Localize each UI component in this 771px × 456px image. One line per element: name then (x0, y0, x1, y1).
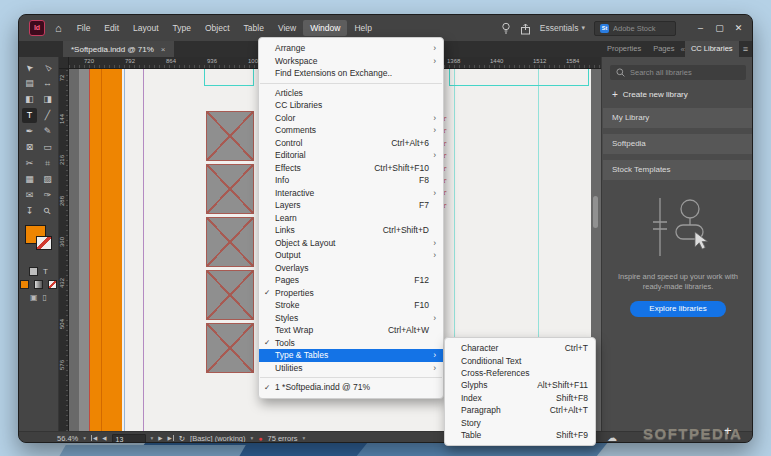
gap-tool[interactable]: ↔ (40, 76, 55, 91)
library-item-softpedia[interactable]: Softpedia (603, 134, 753, 154)
image-placeholder-frame[interactable] (206, 164, 254, 214)
view-mode-normal-button[interactable]: ▣ (30, 293, 38, 302)
apply-color-button[interactable] (20, 280, 29, 289)
menu-item-cc-libraries[interactable]: CC Libraries (259, 99, 443, 112)
scissors-tool[interactable]: ✂ (22, 156, 37, 171)
pen-tool[interactable]: ✒ (22, 124, 37, 139)
menu-item-properties[interactable]: ✓Properties (259, 287, 443, 300)
content-collector-tool[interactable]: ◧ (22, 92, 37, 107)
hand-tool[interactable]: ↧ (22, 204, 37, 219)
stroke-color-swatch[interactable] (36, 236, 52, 250)
zoom-level[interactable]: 56.4% (57, 434, 78, 443)
adobe-stock-search-input[interactable]: St Adobe Stock (594, 21, 676, 36)
guide-line[interactable] (124, 69, 125, 431)
tab-properties[interactable]: Properties (601, 41, 647, 57)
panel-menu-icon[interactable]: ≡ (743, 44, 753, 54)
ruler-origin-corner[interactable] (59, 57, 69, 69)
image-placeholder-frame[interactable] (206, 217, 254, 267)
error-count[interactable]: 75 errors (267, 434, 297, 443)
preflight-icon[interactable]: ↻ (179, 434, 185, 443)
menu-item-articles[interactable]: Articles (259, 87, 443, 100)
submenu-item-cross-references[interactable]: Cross-References (445, 367, 595, 379)
menu-item-learn[interactable]: Learn (259, 212, 443, 225)
menu-item-links[interactable]: LinksCtrl+Shift+D (259, 224, 443, 237)
image-placeholder-frame[interactable] (206, 111, 254, 161)
menu-item-stroke[interactable]: StrokeF10 (259, 299, 443, 312)
menu-item-effects[interactable]: EffectsCtrl+Shift+F10 (259, 162, 443, 175)
menu-item-styles[interactable]: Styles› (259, 312, 443, 325)
submenu-item-index[interactable]: IndexShift+F8 (445, 392, 595, 404)
menu-item-workspace[interactable]: Workspace› (259, 55, 443, 68)
menu-item-type-and-tables[interactable]: Type & Tables› (259, 349, 443, 362)
menu-item-interactive[interactable]: Interactive› (259, 187, 443, 200)
text-frame-guide[interactable] (449, 69, 589, 86)
submenu-item-glyphs[interactable]: GlyphsAlt+Shift+F11 (445, 379, 595, 391)
page-tool[interactable]: ▤ (22, 76, 37, 91)
note-tool[interactable]: ✉ (22, 188, 37, 203)
menu-item-object-layout[interactable]: Object & Layout› (259, 237, 443, 250)
share-icon[interactable] (520, 19, 531, 37)
pencil-tool[interactable]: ✎ (40, 124, 55, 139)
library-item-stock-templates[interactable]: Stock Templates (603, 160, 753, 180)
view-mode-preview-button[interactable]: ▯ (43, 293, 47, 302)
cloud-sync-icon[interactable]: ☁ (607, 432, 617, 443)
rectangle-tool[interactable]: ▭ (40, 140, 55, 155)
direct-selection-tool[interactable]: ▻ (37, 57, 58, 78)
preflight-dropdown-icon[interactable]: ▾ (250, 435, 253, 441)
vertical-scrollbar[interactable] (593, 196, 598, 228)
menu-object[interactable]: Object (198, 20, 237, 36)
submenu-item-character[interactable]: CharacterCtrl+T (445, 342, 595, 354)
menu-item-utilities[interactable]: Utilities› (259, 362, 443, 375)
menu-view[interactable]: View (271, 20, 303, 36)
menu-item-layers[interactable]: LayersF7 (259, 199, 443, 212)
indesign-app-icon[interactable]: Id (29, 20, 45, 36)
content-placer-tool[interactable]: ◨ (40, 92, 55, 107)
explore-libraries-button[interactable]: Explore libraries (630, 301, 726, 317)
guide-line[interactable] (143, 69, 144, 431)
menu-edit[interactable]: Edit (97, 20, 126, 36)
minimize-button[interactable]: – (691, 15, 710, 41)
submenu-item-conditional-text[interactable]: Conditional Text (445, 354, 595, 366)
page-dropdown-icon[interactable]: ▾ (151, 435, 154, 441)
next-page-button[interactable]: ▶ (158, 435, 162, 441)
zoom-tool[interactable]: ⚲ (37, 201, 58, 222)
tab-cc-libraries[interactable]: CC Libraries (685, 41, 739, 57)
maximize-button[interactable]: ▢ (710, 15, 729, 41)
image-placeholder-frame[interactable] (206, 323, 254, 373)
menu-item-open-document[interactable]: ✓1 *Softpedia.indd @ 71% (259, 381, 443, 394)
home-icon[interactable]: ⌂ (55, 22, 62, 34)
menu-table[interactable]: Table (237, 20, 271, 36)
gradient-feather-tool[interactable]: ▨ (40, 172, 55, 187)
menu-item-pages[interactable]: PagesF12 (259, 274, 443, 287)
frame-tool[interactable]: ⊠ (22, 140, 37, 155)
document-tab[interactable]: *Softpedia.indd @ 71% × (63, 41, 174, 57)
submenu-item-paragraph[interactable]: ParagraphCtrl+Alt+T (445, 404, 595, 416)
page-number-input[interactable]: 13 (112, 434, 146, 443)
menu-help[interactable]: Help (347, 20, 378, 36)
errors-dropdown-icon[interactable]: ▾ (303, 435, 306, 441)
menu-type[interactable]: Type (166, 20, 198, 36)
submenu-item-table[interactable]: TableShift+F9 (445, 429, 595, 441)
menu-layout[interactable]: Layout (126, 20, 166, 36)
image-placeholder-frame[interactable] (206, 270, 254, 320)
vertical-ruler[interactable]: 72 144 216 288 360 432 504 576 (59, 69, 69, 431)
formatting-affects-text-button[interactable]: T (43, 267, 48, 276)
menu-item-color[interactable]: Color› (259, 112, 443, 125)
free-transform-tool[interactable]: ⌗ (40, 156, 55, 171)
menu-file[interactable]: File (70, 20, 98, 36)
menu-item-arrange[interactable]: Arrange› (259, 42, 443, 55)
library-search-input[interactable]: Search all libraries (610, 65, 746, 80)
line-tool[interactable]: ╱ (40, 108, 55, 123)
first-page-button[interactable]: ◀ (91, 435, 97, 441)
menu-item-overlays[interactable]: Overlays (259, 262, 443, 275)
workspace-switcher[interactable]: Essentials ▾ (540, 23, 585, 33)
gradient-tool[interactable]: ▦ (22, 172, 37, 187)
lightbulb-icon[interactable] (501, 19, 511, 37)
text-frame-guide[interactable] (204, 69, 254, 86)
submenu-item-story[interactable]: Story (445, 416, 595, 428)
menu-window[interactable]: Window (303, 20, 347, 36)
menu-item-control[interactable]: ControlCtrl+Alt+6 (259, 137, 443, 150)
tab-pages[interactable]: Pages (647, 41, 680, 57)
menu-item-editorial[interactable]: Editorial› (259, 149, 443, 162)
menu-item-comments[interactable]: Comments› (259, 124, 443, 137)
